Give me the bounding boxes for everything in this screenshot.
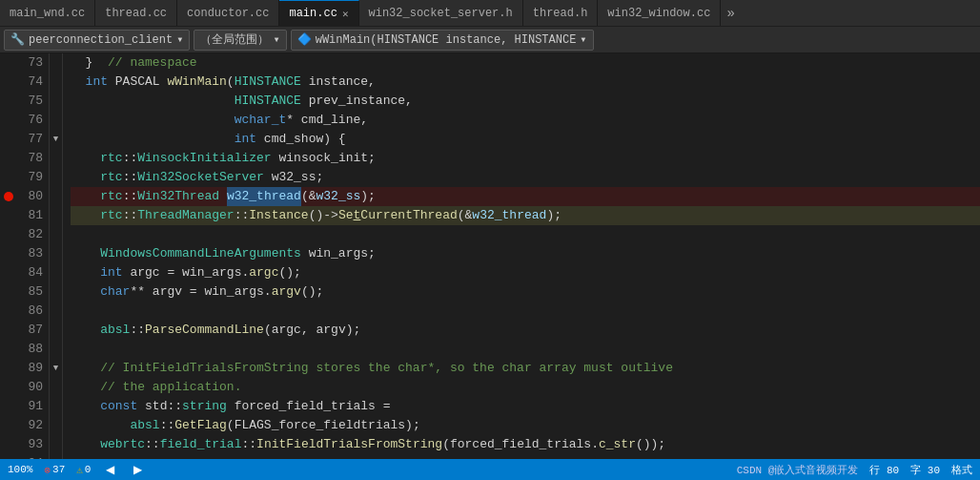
- tab-label: win32_socket_server.h: [369, 7, 513, 20]
- function-dropdown[interactable]: 🔷 wWinMain(HINSTANCE instance, HINSTANCE…: [291, 30, 594, 51]
- project-dropdown[interactable]: 🔧 peerconnection_client ▾: [4, 30, 190, 51]
- line-num-89: 89: [21, 359, 43, 378]
- tab-win32-window-cc[interactable]: win32_window.cc: [598, 0, 721, 27]
- line-num-85: 85: [21, 282, 43, 302]
- fold-74: [50, 73, 62, 92]
- chevron-down-icon: ▾: [580, 32, 586, 47]
- nav-back-button[interactable]: ◀: [102, 462, 118, 477]
- error-count: 37: [52, 464, 65, 475]
- error-indicator[interactable]: ⊗ 37: [44, 464, 65, 476]
- tab-win32-socket-server-h[interactable]: win32_socket_server.h: [359, 0, 523, 27]
- warning-indicator[interactable]: ⚠ 0: [76, 464, 91, 476]
- code-line-73: } // namespace: [71, 53, 980, 73]
- fold-75: [50, 92, 62, 111]
- code-line-84: int argc = win_args.argc();: [71, 263, 980, 282]
- code-line-90: // the application.: [71, 378, 980, 397]
- fold-93: [50, 435, 62, 454]
- tab-main-cc[interactable]: main.cc ✕: [279, 0, 358, 27]
- code-line-77: int cmd_show) {: [71, 130, 980, 149]
- line-num-93: 93: [21, 435, 43, 454]
- tab-label: win32_window.cc: [607, 7, 710, 20]
- project-icon: 🔧: [10, 32, 25, 47]
- function-label: wWinMain(HINSTANCE instance, HINSTANCE: [316, 33, 577, 47]
- fold-90: [50, 378, 62, 397]
- line-num-80: 80: [21, 187, 43, 206]
- zoom-indicator: 100%: [8, 464, 32, 475]
- editor-area: 73 74 75 76 77 78 79 80 81 82 83 84 85 8…: [0, 53, 980, 459]
- line-num-94: 94: [21, 454, 43, 459]
- code-line-76: wchar_t* cmd_line,: [71, 111, 980, 130]
- error-icon: ⊗: [44, 464, 51, 476]
- fold-73: [50, 53, 62, 73]
- line-num-84: 84: [21, 263, 43, 282]
- code-line-87: absl::ParseCommandLine(argc, argv);: [71, 321, 980, 340]
- fold-87: [50, 321, 62, 340]
- code-line-91: const std::string forced_field_trials =: [71, 397, 980, 416]
- tab-label: main_wnd.cc: [10, 7, 85, 20]
- chevron-down-icon: ▾: [273, 32, 279, 47]
- fold-gutter: ▼ ▼ ▼: [50, 53, 63, 459]
- code-line-75: HINSTANCE prev_instance,: [71, 92, 980, 111]
- fold-80: [50, 187, 62, 206]
- code-line-92: absl::GetFlag(FLAGS_force_fieldtrials);: [71, 416, 980, 435]
- tab-label: thread.cc: [105, 7, 167, 20]
- nav-forward-button[interactable]: ▶: [130, 462, 146, 477]
- watermark-label: CSDN @嵌入式音视频开发: [737, 463, 859, 477]
- code-line-88: [71, 340, 980, 359]
- fold-85: [50, 282, 62, 302]
- code-line-79: rtc::Win32SocketServer w32_ss;: [71, 168, 980, 187]
- tab-main-wnd-cc[interactable]: main_wnd.cc: [0, 0, 95, 27]
- line-num-73: 73: [21, 53, 43, 73]
- warning-icon: ⚠: [76, 464, 83, 476]
- tab-label: conductor.cc: [187, 7, 269, 20]
- fold-79: [50, 168, 62, 187]
- tab-overflow-button[interactable]: »: [721, 6, 740, 21]
- tab-bar: main_wnd.cc thread.cc conductor.cc main.…: [0, 0, 980, 27]
- line-num-81: 81: [21, 206, 43, 225]
- chevron-down-icon: ▾: [176, 32, 183, 47]
- tab-label: thread.h: [533, 7, 588, 20]
- tab-thread-cc[interactable]: thread.cc: [95, 0, 177, 27]
- line-num-83: 83: [21, 244, 43, 263]
- nav-back[interactable]: ◀: [102, 462, 118, 477]
- fold-76: [50, 111, 62, 130]
- nav-forward[interactable]: ▶: [130, 462, 146, 477]
- scope-dropdown[interactable]: （全局范围） ▾: [194, 30, 286, 51]
- code-line-80: rtc::Win32Thread w32_thread(&w32_ss);: [71, 187, 980, 206]
- line-num-92: 92: [21, 416, 43, 435]
- tab-close-button[interactable]: ✕: [342, 8, 349, 20]
- fold-78: [50, 149, 62, 168]
- code-line-85: char** argv = win_args.argv();: [71, 282, 980, 302]
- code-line-83: WindowsCommandLineArguments win_args;: [71, 244, 980, 263]
- fold-84: [50, 263, 62, 282]
- code-editor[interactable]: } // namespace int PASCAL wWinMain(HINST…: [63, 53, 980, 459]
- line-num-77: 77: [21, 130, 43, 149]
- code-line-78: rtc::WinsockInitializer winsock_init;: [71, 149, 980, 168]
- fold-92: [50, 416, 62, 435]
- tab-thread-h[interactable]: thread.h: [523, 0, 599, 27]
- fold-89[interactable]: ▼: [50, 359, 62, 378]
- fold-86: [50, 302, 62, 321]
- code-line-86: [71, 302, 980, 321]
- code-line-93: webrtc::field_trial::InitFieldTrialsFrom…: [71, 435, 980, 454]
- line-num-74: 74: [21, 73, 43, 92]
- fold-77[interactable]: ▼: [50, 130, 62, 149]
- breakpoint-gutter[interactable]: [0, 53, 15, 459]
- warning-count: 0: [85, 464, 92, 475]
- project-label: peerconnection_client: [29, 33, 173, 47]
- tab-label: main.cc: [289, 7, 337, 20]
- status-right: CSDN @嵌入式音视频开发 行 80 字 30 格式: [737, 463, 972, 477]
- fold-83: [50, 244, 62, 263]
- code-line-89: // InitFieldTrialsFromString stores the …: [71, 359, 980, 378]
- breakpoint-80[interactable]: [4, 192, 13, 201]
- line-num-87: 87: [21, 321, 43, 340]
- fold-94: [50, 454, 62, 459]
- status-left: 100% ⊗ 37 ⚠ 0 ◀ ▶: [8, 462, 146, 477]
- line-num-76: 76: [21, 111, 43, 130]
- tab-conductor-cc[interactable]: conductor.cc: [177, 0, 279, 27]
- line-num-90: 90: [21, 378, 43, 397]
- code-line-94: [71, 454, 980, 459]
- line-num-79: 79: [21, 168, 43, 187]
- status-bar: 100% ⊗ 37 ⚠ 0 ◀ ▶ CSDN @嵌入式音视频开发 行 80 字 …: [0, 459, 980, 480]
- row-label: 行 80: [869, 463, 899, 477]
